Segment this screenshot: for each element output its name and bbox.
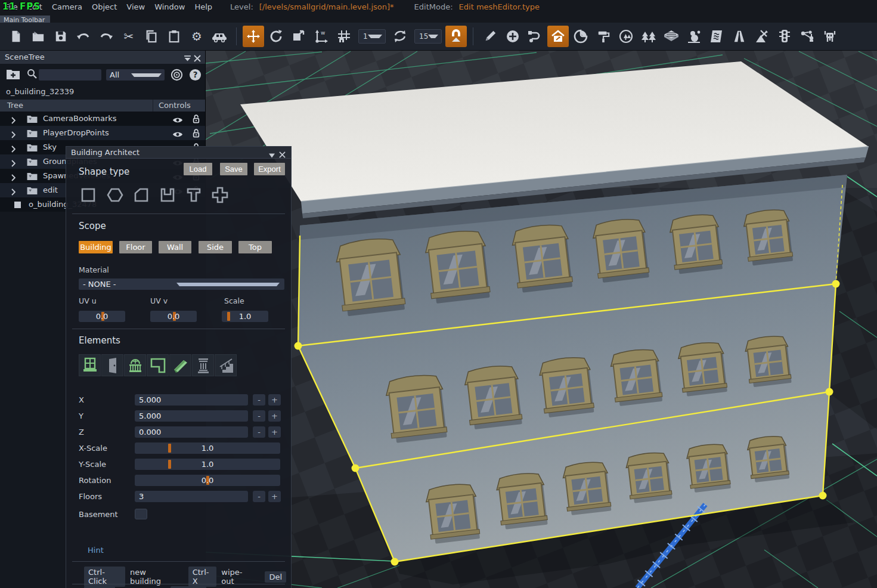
- decal-tool-button[interactable]: [570, 26, 591, 47]
- element-column-button[interactable]: [192, 354, 214, 376]
- lock-icon[interactable]: [192, 128, 200, 141]
- shape-u-button[interactable]: [156, 184, 179, 206]
- scope-top-button[interactable]: Top: [238, 241, 272, 253]
- shape-t-button[interactable]: [182, 184, 205, 206]
- spline-tool-button[interactable]: [525, 26, 546, 47]
- element-corner-button[interactable]: [147, 354, 169, 376]
- floors-plus-button[interactable]: +: [268, 491, 281, 502]
- element-balcony-button[interactable]: [124, 354, 146, 376]
- grid-snap-step-dropdown[interactable]: 1: [358, 29, 386, 44]
- uv-u-slider[interactable]: 0.0: [79, 311, 125, 322]
- load-button[interactable]: Load: [184, 163, 212, 175]
- element-door-button[interactable]: [101, 354, 123, 376]
- scope-floor-button[interactable]: Floor: [119, 241, 152, 253]
- add-object-button[interactable]: [502, 26, 523, 47]
- angle-snap-step-dropdown[interactable]: 15: [414, 29, 442, 44]
- visibility-eye-icon[interactable]: [172, 115, 184, 126]
- rotation-slider[interactable]: 0.0: [135, 475, 280, 486]
- export-button[interactable]: Export: [254, 163, 285, 175]
- scope-building-button[interactable]: Building: [79, 241, 113, 253]
- element-window-button[interactable]: [79, 354, 101, 376]
- angle-snap-button[interactable]: [389, 26, 411, 47]
- scope-side-button[interactable]: Side: [199, 241, 232, 253]
- x-input[interactable]: 5.000: [135, 394, 248, 406]
- robot-button[interactable]: [819, 26, 841, 47]
- copy-button[interactable]: [141, 26, 162, 47]
- menu-object[interactable]: Object: [92, 2, 117, 11]
- z-minus-button[interactable]: -: [253, 426, 265, 438]
- menu-view[interactable]: View: [126, 2, 145, 11]
- surface-snap-button[interactable]: [445, 26, 467, 47]
- vehicle-button[interactable]: [209, 26, 230, 47]
- cut-button[interactable]: ✂: [118, 26, 140, 47]
- tree-row-camerabookmarks[interactable]: CameraBookmarks: [0, 112, 205, 126]
- locate-icon[interactable]: [171, 69, 183, 83]
- collapse-panel-icon[interactable]: [184, 53, 192, 61]
- redo-button[interactable]: [95, 26, 117, 47]
- snow-person-button[interactable]: [683, 26, 705, 47]
- chevron-right-icon[interactable]: [11, 187, 16, 198]
- viewport-3d[interactable]: [206, 51, 877, 588]
- trees-button[interactable]: [638, 26, 659, 47]
- x-plus-button[interactable]: +: [268, 394, 281, 406]
- chevron-right-icon[interactable]: [11, 115, 16, 126]
- chevron-right-icon[interactable]: [11, 172, 16, 184]
- uv-v-slider[interactable]: 0.0: [150, 311, 197, 322]
- collapse-panel-icon[interactable]: [268, 150, 277, 158]
- z-input[interactable]: 0.000: [135, 426, 248, 438]
- chevron-right-icon[interactable]: [11, 144, 16, 155]
- settings-button[interactable]: ⚙: [186, 26, 207, 47]
- paste-button[interactable]: [163, 26, 185, 47]
- y-minus-button[interactable]: -: [253, 410, 265, 422]
- basement-checkbox[interactable]: [135, 509, 147, 519]
- help-icon[interactable]: ?: [189, 69, 202, 83]
- floors-minus-button[interactable]: -: [253, 491, 265, 502]
- building-architect-button[interactable]: [547, 26, 569, 47]
- scale-tool-button[interactable]: [288, 26, 309, 47]
- x-minus-button[interactable]: -: [253, 394, 265, 406]
- shape-square-button[interactable]: [77, 184, 100, 206]
- y-plus-button[interactable]: +: [268, 410, 281, 422]
- pivot-tool-button[interactable]: w: [311, 26, 332, 47]
- add-group-icon[interactable]: [6, 68, 20, 82]
- y-input[interactable]: 5.000: [135, 410, 248, 422]
- rotate-tool-button[interactable]: [265, 26, 287, 47]
- save-button[interactable]: [50, 26, 72, 47]
- shape-hexagon-button[interactable]: [104, 184, 126, 206]
- menu-window[interactable]: Window: [154, 2, 185, 11]
- tree-row-playerdroppoints[interactable]: PlayerDropPoints: [0, 126, 205, 140]
- y-scale-slider[interactable]: 1.0: [135, 459, 280, 470]
- road-button[interactable]: [729, 26, 750, 47]
- paint-roller-button[interactable]: [593, 26, 614, 47]
- open-button[interactable]: [27, 26, 49, 47]
- scope-wall-button[interactable]: Wall: [159, 241, 191, 253]
- lock-icon[interactable]: [192, 114, 200, 126]
- edit-pencil-button[interactable]: [479, 26, 501, 47]
- shape-plus-button[interactable]: [209, 184, 231, 206]
- element-stairs-button[interactable]: [215, 354, 237, 376]
- traffic-light-button[interactable]: [774, 26, 795, 47]
- close-icon[interactable]: [279, 149, 287, 157]
- terrain-tools-button[interactable]: [751, 26, 773, 47]
- hint-link[interactable]: Hint: [88, 546, 104, 555]
- visibility-eye-icon[interactable]: [172, 129, 184, 141]
- chevron-right-icon[interactable]: [11, 158, 16, 169]
- forest-circle-button[interactable]: [615, 26, 637, 47]
- menu-help[interactable]: Help: [194, 2, 212, 11]
- filter-dropdown[interactable]: All: [106, 69, 165, 81]
- shape-chamfer-button[interactable]: [130, 184, 153, 206]
- close-icon[interactable]: [194, 53, 202, 61]
- layers-button[interactable]: [661, 26, 682, 47]
- menu-camera[interactable]: Camera: [52, 2, 82, 11]
- x-scale-slider[interactable]: 1.0: [135, 442, 280, 454]
- z-plus-button[interactable]: +: [268, 426, 281, 438]
- save-button[interactable]: Save: [220, 163, 247, 175]
- node-graph-button[interactable]: [797, 26, 818, 47]
- new-file-button[interactable]: [5, 26, 26, 47]
- element-beam-button[interactable]: [169, 354, 191, 376]
- material-scale-slider[interactable]: 1.0: [222, 311, 268, 322]
- water-map-button[interactable]: [706, 26, 727, 47]
- undo-button[interactable]: [73, 26, 94, 47]
- material-dropdown[interactable]: - NONE -: [79, 278, 284, 290]
- floors-input[interactable]: 3: [135, 491, 248, 502]
